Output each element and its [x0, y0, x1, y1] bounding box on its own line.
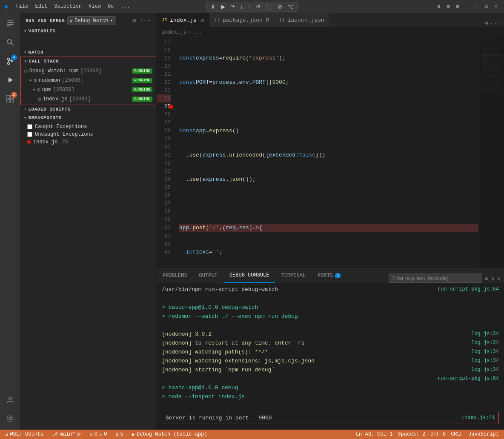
activity-extensions[interactable]: 1: [3, 91, 18, 106]
console-text-11: > basic-app@1.0.0 debug: [162, 385, 238, 391]
debug-config-name: Debug Watch: [74, 18, 108, 24]
uncaught-exceptions-checkbox[interactable]: [27, 132, 32, 137]
position-label: Ln 43, Col 1: [356, 431, 392, 437]
debug-restart-button[interactable]: ↺: [255, 3, 262, 10]
maximize-button[interactable]: □: [483, 3, 490, 10]
minimize-button[interactable]: ─: [473, 3, 481, 10]
code-content[interactable]: const express = require('express'); cons…: [176, 37, 478, 268]
debug-breakpoints-button[interactable]: ⊘: [276, 3, 284, 10]
status-encoding[interactable]: UTF-8: [429, 430, 447, 439]
console-path-5[interactable]: log.js:34: [471, 330, 499, 338]
status-wsl[interactable]: ⇄ WSL: Ubuntu: [3, 430, 45, 439]
watch-header[interactable]: ▾ WATCH: [20, 48, 156, 57]
menu-go[interactable]: Go: [105, 3, 116, 10]
settings-icon[interactable]: ⚙: [132, 16, 137, 25]
status-debug[interactable]: ⚙ 5: [114, 430, 125, 439]
callstack-item-2[interactable]: ▾ ⚙ npm [25059] RUNNING: [21, 85, 156, 94]
more-tabs-icon[interactable]: ···: [490, 20, 501, 27]
tab-indexjs[interactable]: JS index.js ✕: [157, 13, 209, 27]
console-path-9[interactable]: log.js:34: [471, 366, 499, 374]
activity-explorer[interactable]: [3, 16, 18, 31]
console-path-10[interactable]: run-script-pkg.js:64: [438, 375, 499, 383]
menu-view[interactable]: View: [86, 3, 103, 10]
run-debug-title: RUN AND DEBUG: [26, 18, 65, 23]
more-icon[interactable]: ···: [139, 16, 151, 25]
split-editor-icon[interactable]: ⊟: [484, 20, 488, 27]
menu-file[interactable]: File: [14, 3, 31, 10]
menu-more[interactable]: ...: [118, 3, 132, 10]
console-path-0[interactable]: run-script-pkg.js:64: [438, 285, 499, 294]
activity-git[interactable]: 4: [3, 54, 18, 69]
panel-icon[interactable]: ▤: [444, 3, 452, 10]
error-count: 0: [94, 431, 97, 437]
menu-selection[interactable]: Selection: [52, 3, 84, 10]
console-path-7[interactable]: log.js:34: [471, 348, 499, 356]
svg-point-7: [7, 63, 9, 65]
tab-label-0: index.js: [170, 17, 196, 23]
breakpoints-header[interactable]: ▾ BREAKPOINTS: [20, 114, 156, 122]
panel-tab-output[interactable]: OUTPUT: [193, 268, 223, 283]
loaded-scripts-header[interactable]: › LOADED SCRIPTS: [20, 105, 156, 114]
console-path-6[interactable]: log.js:34: [471, 339, 499, 347]
debug-extra-button[interactable]: ⌥: [286, 3, 295, 10]
svg-rect-0: [8, 20, 13, 21]
callstack-item-3[interactable]: ⚙ index.js [25083] RUNNING: [21, 94, 156, 104]
caught-exceptions-checkbox[interactable]: [27, 124, 32, 129]
call-stack-section: ▾ CALL STACK ⚙ Debug Watch: npm [25008] …: [20, 57, 156, 105]
console-line-13: [157, 401, 504, 410]
git-branch-icon: ⎇: [52, 431, 58, 438]
tab-label-2: launch.json: [288, 17, 324, 23]
panel-content[interactable]: /usr/bin/npm run-script debug-watch run-…: [157, 283, 504, 430]
callstack-item-1[interactable]: ▾ ⚙ nodemon [25036] RUNNING: [21, 76, 156, 85]
debug-stepinto-button[interactable]: ↓: [239, 3, 244, 10]
tab-packagejson[interactable]: {} package.json M: [209, 13, 274, 27]
tab-bar: JS index.js ✕ {} package.json M {} launc…: [157, 13, 504, 28]
console-path-14[interactable]: index.js:41: [461, 414, 495, 422]
call-stack-header[interactable]: ▾ CALL STACK: [21, 57, 156, 66]
breadcrumb-more[interactable]: ...: [193, 29, 202, 35]
code-editor[interactable]: 17 18 19 20 21 22 23 24 25 26 27 28 29 3…: [157, 37, 504, 268]
debug-stop-button[interactable]: ⬛: [264, 3, 274, 10]
panel-chevron-down[interactable]: ›: [157, 426, 504, 430]
debug-config-dropdown[interactable]: ▶ Debug Watch ▾: [67, 16, 116, 25]
activity-account[interactable]: [3, 392, 18, 408]
running-badge-1: RUNNING: [132, 78, 152, 83]
status-language[interactable]: JavaScript: [467, 430, 501, 439]
callstack-item-0[interactable]: ⚙ Debug Watch: npm [25008] RUNNING: [21, 66, 156, 76]
console-path-8[interactable]: log.js:34: [471, 357, 499, 365]
breakpoint-indexjs: index.js 25: [24, 138, 156, 146]
panel-tab-problems[interactable]: PROBLEMS: [157, 268, 193, 283]
debug-pause-button[interactable]: ⏸: [209, 3, 217, 10]
panel-close-icon[interactable]: ✕: [497, 275, 501, 282]
status-debug-session[interactable]: ▶ Debug Watch (basic-app): [130, 430, 209, 439]
debug-stepover-button[interactable]: ↷: [229, 3, 236, 10]
status-git-branch[interactable]: ⎇ main* ⟳: [50, 430, 83, 439]
debug-continue-button[interactable]: ▶: [220, 3, 226, 10]
line-num-37: 37: [157, 200, 171, 208]
panel-tab-ports[interactable]: PORTS 5: [312, 268, 347, 283]
debug-stepout-button[interactable]: ↑: [247, 3, 252, 10]
activity-settings[interactable]: [3, 411, 18, 426]
code-line-18: const PORT = process.env.PORT || 9000;: [179, 78, 478, 86]
status-position[interactable]: Ln 43, Col 1: [354, 430, 394, 439]
breadcrumb-file[interactable]: index.js: [162, 29, 186, 35]
panel-collapse-icon[interactable]: ∧: [491, 275, 494, 282]
panel-tab-terminal[interactable]: TERMINAL: [275, 268, 312, 283]
breakpoints-content: Caught Exceptions Uncaught Exceptions in…: [20, 122, 156, 147]
activity-debug[interactable]: [3, 72, 18, 88]
menu-edit[interactable]: Edit: [32, 3, 50, 10]
status-line-ending[interactable]: CRLF: [449, 430, 465, 439]
close-button[interactable]: ✕: [492, 3, 500, 10]
line-ending-label: CRLF: [451, 431, 463, 437]
tab-launchjson[interactable]: {} launch.json: [274, 13, 329, 27]
panel-filter-input[interactable]: [389, 274, 482, 283]
panel-filter-icon[interactable]: ⊟: [485, 275, 488, 282]
tab-close-0[interactable]: ✕: [201, 17, 204, 24]
status-errors[interactable]: ✕ 0 ⚠ 0: [88, 430, 109, 439]
split-icon[interactable]: ⊞: [454, 3, 461, 10]
layouts-icon[interactable]: ▥: [435, 3, 443, 10]
panel-tab-debug-console[interactable]: DEBUG CONSOLE: [223, 268, 275, 283]
status-spaces[interactable]: Spaces: 2: [396, 430, 427, 439]
activity-search[interactable]: [3, 35, 18, 50]
variables-header[interactable]: ▾ VARIABLES: [20, 27, 156, 35]
